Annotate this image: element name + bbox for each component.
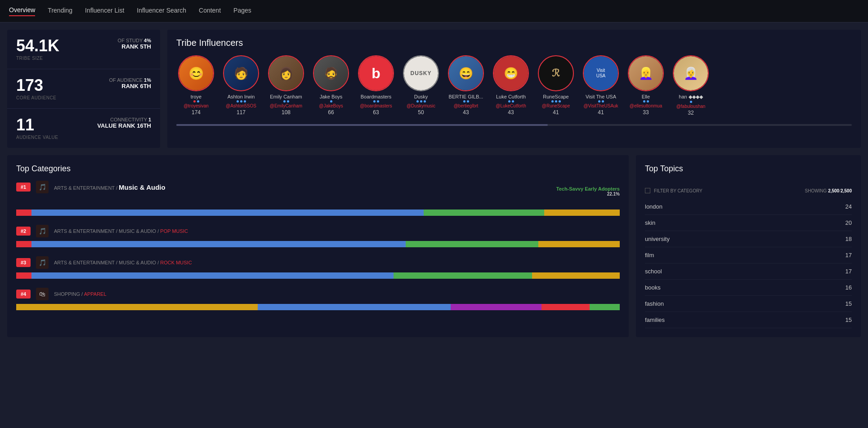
category-breadcrumb-3: ARTS & ENTERTAINMENT / MUSIC & AUDIO / R…	[54, 260, 192, 265]
scrollbar[interactable]	[176, 124, 852, 126]
topics-filter[interactable]: FILTER BY CATEGORY	[645, 188, 702, 193]
dot	[467, 100, 469, 103]
audience-value-label: AUDIENCE VALUE	[16, 135, 58, 140]
dot	[512, 100, 514, 103]
inf-count-boardmasters: 63	[373, 109, 379, 116]
scrollbar-track	[176, 124, 852, 126]
bar-blue-2	[31, 241, 406, 247]
influencer-luke[interactable]: 😁 Luke Cutforth @LukeCutforth 43	[491, 55, 531, 116]
scrollbar-thumb	[176, 124, 548, 126]
avatar-luke: 😁	[493, 55, 529, 91]
inf-dots-bertie	[463, 100, 469, 103]
avatar-han: 👩‍🦳	[673, 55, 709, 91]
bar-red-3	[16, 272, 31, 279]
influencer-jake[interactable]: 🧔 Jake Boys @JakeBoys 66	[311, 55, 351, 116]
categories-panel: Top Categories #1 🎵 ARTS & ENTERTAINMENT…	[7, 155, 629, 337]
core-audience-label: CORE AUDIENCE	[16, 95, 56, 100]
dot	[463, 100, 465, 103]
dot	[373, 100, 376, 103]
influencer-han[interactable]: 👩‍🦳 han ◆◆◆◆ @fabuloushan 32	[671, 55, 711, 116]
category-icon-1: 🎵	[36, 181, 49, 193]
inf-dots-visit-usa	[598, 100, 604, 103]
influencer-visit-usa[interactable]: VisitUSA Visit The USA @VisitTheUSAuk 41	[581, 55, 621, 116]
topic-item-school: school 17	[645, 263, 852, 280]
inf-handle-visit-usa: @VisitTheUSAuk	[583, 103, 618, 108]
inf-name-jake: Jake Boys	[320, 94, 343, 99]
inf-handle-bertie: @bertieglbrt	[454, 103, 479, 108]
influencer-ashton[interactable]: 🧑 Ashton Irwin @Ashton5SOS 117	[221, 55, 261, 116]
nav-content[interactable]: Content	[199, 7, 221, 16]
influencer-list[interactable]: 😊 troye @troyesivan 174 🧑	[176, 55, 852, 120]
nav-influencer-list[interactable]: Influencer List	[85, 7, 124, 16]
inf-dots-dusky	[416, 100, 426, 103]
inf-name-dusky: Dusky	[414, 94, 428, 99]
tribe-size-right: OF STUDY 4% RANK 5th	[118, 38, 151, 50]
category-breadcrumb-2: ARTS & ENTERTAINMENT / MUSIC & AUDIO / P…	[54, 228, 188, 234]
tribe-influencers-panel: Tribe Influencers 😊 troye @troyesivan	[167, 30, 861, 148]
inf-handle-dusky: @Duskymusic	[407, 103, 435, 108]
dot	[377, 100, 379, 103]
inf-dots-troye	[193, 100, 199, 103]
influencer-emily[interactable]: 👩 Emily Canham @EmilyCanham 108	[266, 55, 306, 116]
influencer-dusky[interactable]: DUSKY Dusky @Duskymusic 50	[401, 55, 441, 116]
dot	[598, 100, 600, 103]
inf-count-runescape: 41	[553, 109, 559, 116]
category-icon-3: 🎵	[36, 256, 49, 269]
top-row: 54.1K TRIBE SIZE OF STUDY 4% RANK 5th 17…	[7, 30, 861, 148]
nav-overview[interactable]: Overview	[9, 6, 35, 16]
dot	[690, 101, 692, 103]
bar-yellow-4	[16, 304, 258, 310]
inf-count-dusky: 50	[418, 109, 424, 116]
category-header-3: #3 🎵 ARTS & ENTERTAINMENT / MUSIC & AUDI…	[16, 256, 620, 269]
nav-influencer-search[interactable]: Influencer Search	[137, 7, 186, 16]
nav-pages[interactable]: Pages	[233, 7, 251, 16]
inf-dots-luke	[508, 100, 514, 103]
inf-count-elle: 33	[643, 109, 649, 116]
filter-checkbox[interactable]	[645, 188, 650, 193]
topic-item-film: film 17	[645, 247, 852, 263]
nav-trending[interactable]: Trending	[48, 7, 72, 16]
bar-3	[16, 272, 620, 279]
inf-handle-luke: @LukeCutforth	[496, 103, 526, 108]
topic-item-university: university 18	[645, 231, 852, 247]
inf-dots-elle	[643, 100, 649, 103]
dot	[287, 100, 289, 103]
bar-4	[16, 304, 620, 310]
topics-title: Top Topics	[645, 164, 683, 174]
inf-dots-ashton	[237, 100, 246, 103]
inf-name-bertie: BERTIE GILB...	[449, 94, 483, 99]
influencer-boardmasters[interactable]: b Boardmasters @boardmasters 63	[356, 55, 396, 116]
inf-count-visit-usa: 41	[598, 109, 604, 116]
bar-red-1	[16, 210, 31, 216]
inf-handle-jake: @JakeBoys	[319, 103, 343, 108]
topics-header: Top Topics	[645, 164, 852, 181]
inf-dots-emily	[283, 100, 289, 103]
dot	[555, 100, 557, 103]
topic-item-london: london 24	[645, 199, 852, 215]
dot	[416, 100, 419, 103]
influencer-runescape[interactable]: ℛ RuneScape @RuneScape 41	[536, 55, 576, 116]
rank-badge-1: #1	[16, 183, 31, 192]
inf-name-boardmasters: Boardmasters	[361, 94, 391, 99]
category-item-2: #2 🎵 ARTS & ENTERTAINMENT / MUSIC & AUDI…	[16, 225, 620, 247]
category-header-4: #4 🛍 SHOPPING / Apparel	[16, 288, 620, 300]
influencer-elle[interactable]: 👱‍♀️ Elle @ellesuttonmua 33	[626, 55, 666, 116]
inf-count-han: 32	[688, 110, 694, 116]
rank-badge-2: #2	[16, 227, 31, 236]
inf-count-luke: 43	[508, 109, 514, 116]
dot	[643, 100, 645, 103]
bar-green-1	[424, 210, 544, 216]
bar-1	[16, 210, 620, 216]
inf-handle-ashton: @Ashton5SOS	[226, 103, 256, 108]
influencer-troye[interactable]: 😊 troye @troyesivan 174	[176, 55, 216, 116]
dot	[193, 100, 196, 103]
avatar-jake: 🧔	[313, 55, 349, 91]
inf-name-luke: Luke Cutforth	[496, 94, 526, 99]
dot	[559, 100, 561, 103]
dot	[647, 100, 649, 103]
influencer-bertie[interactable]: 😄 BERTIE GILB... @bertieglbrt 43	[446, 55, 486, 116]
inf-dots-runescape	[551, 100, 561, 103]
rank-badge-4: #4	[16, 290, 31, 299]
avatar-emily: 👩	[268, 55, 304, 91]
filter-label: FILTER BY CATEGORY	[654, 188, 702, 193]
